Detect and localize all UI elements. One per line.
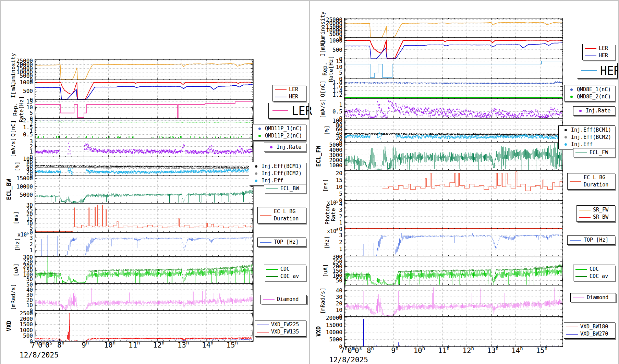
legend-line-marker: [272, 110, 288, 111]
legend-qmd: QMD11P_1(nC)QMD11P_2(nC): [252, 124, 306, 141]
subplot-vxd: 05001000150020002500VXD: [5, 310, 253, 345]
svg-text:3: 3: [29, 138, 33, 145]
svg-text:10: 10: [336, 184, 342, 190]
svg-text:VXD: VXD: [315, 326, 322, 337]
svg-text:1000: 1000: [20, 327, 33, 333]
svg-text:25000: 25000: [16, 58, 33, 64]
svg-text:20000: 20000: [326, 315, 342, 321]
svg-text:10: 10: [336, 64, 342, 70]
window-right-border: [618, 0, 619, 364]
legend-dot-marker: [570, 96, 573, 98]
legend-dot-marker: [570, 88, 573, 91]
svg-text:2: 2: [29, 241, 33, 247]
svg-text:500: 500: [23, 332, 33, 339]
svg-text:20: 20: [336, 300, 342, 307]
legend-top: TOP [Hz]: [567, 235, 615, 245]
svg-text:2: 2: [339, 213, 342, 220]
legend-inj-rate: Inj.Rate: [573, 106, 615, 116]
legend-label: CDC_av: [280, 273, 299, 280]
svg-text:x105: x105: [327, 199, 338, 206]
svg-text:[mRad/s]: [mRad/s]: [319, 288, 326, 314]
svg-text:30: 30: [26, 202, 33, 208]
svg-text:15h: 15h: [536, 345, 547, 355]
legend-line-marker: [585, 48, 596, 49]
legend-ler-her: LERHER: [582, 44, 615, 60]
legend-dot-marker: [258, 135, 261, 137]
svg-text:10h: 10h: [413, 345, 425, 355]
legend-dot-marker: [255, 165, 257, 168]
legend-label: QMD11P_2(nC): [265, 132, 302, 139]
legend-label: SR_BW: [593, 214, 608, 221]
legend-line-marker: [566, 327, 578, 327]
legend-label: VXD_FW135: [271, 328, 299, 336]
svg-text:Q[nC]: Q[nC]: [10, 120, 16, 136]
legend-cdc: CDCCDC_av: [264, 265, 306, 281]
svg-text:13h: 13h: [487, 345, 499, 355]
svg-text:1000: 1000: [20, 79, 33, 86]
legend-inj-eff: Inj.Eff(BCM1)Inj.Eff(BCM2)Inj.Eff: [558, 125, 615, 149]
legend-dot-marker: [255, 180, 257, 182]
svg-text:1: 1: [29, 247, 33, 254]
legend-top: TOP [Hz]: [257, 238, 306, 247]
svg-text:11h: 11h: [438, 345, 450, 355]
legend-label: HER: [599, 52, 608, 59]
svg-text:25000: 25000: [326, 16, 342, 23]
svg-text:2.5: 2.5: [23, 117, 33, 124]
svg-text:10: 10: [336, 307, 342, 313]
subplot-diamond: 01020304050[mRad/s]: [10, 281, 253, 314]
svg-text:7h0m0s: 7h0m0s: [31, 340, 52, 349]
svg-text:300: 300: [332, 254, 342, 260]
subplot-ecl-fw: 10002000300040005000ECL_FW: [315, 142, 563, 170]
legend-label: QMD8E_1(nC): [577, 86, 611, 93]
legend-inj-eff: Inj.Eff(BCM1)Inj.Eff(BCM2)Inj.Eff: [249, 162, 306, 185]
svg-text:[%]: [%]: [14, 161, 21, 171]
legend-label: CDC_av: [590, 273, 608, 280]
legend-line-marker: [275, 97, 287, 97]
legend-label: Diamond: [277, 296, 299, 303]
svg-text:[uA]: [uA]: [13, 263, 19, 277]
svg-text:11h: 11h: [129, 340, 140, 349]
svg-text:4: 4: [339, 201, 342, 207]
legend-label: VXD_BW270: [580, 330, 608, 338]
svg-text:5000: 5000: [329, 336, 342, 343]
legend-line-marker: [579, 210, 591, 210]
svg-text:10000: 10000: [16, 183, 33, 190]
svg-text:[mRad/s]: [mRad/s]: [10, 284, 16, 310]
legend-label: Inj.Eff(BCM1): [262, 163, 302, 170]
subplot-top: 123[Hz]x106: [324, 228, 563, 256]
legend-label: HER: [600, 67, 619, 74]
monitor-page-left: 12/8/2025 0500010000150002000025000Lumin…: [1, 0, 310, 364]
svg-text:14h: 14h: [202, 340, 214, 349]
svg-text:x106: x106: [17, 231, 29, 238]
legend-line-marker: [266, 276, 278, 277]
svg-text:ECL_FW: ECL_FW: [315, 146, 322, 167]
svg-text:30: 30: [336, 294, 342, 300]
legend-cdc: CDCCDC_av: [573, 265, 615, 281]
svg-text:15000: 15000: [16, 175, 33, 182]
legend-dot-marker: [270, 146, 272, 148]
svg-text:0: 0: [339, 226, 342, 232]
svg-text:1500: 1500: [20, 321, 33, 328]
legend-line-marker: [257, 332, 269, 332]
svg-text:10h: 10h: [104, 340, 116, 349]
legend-dot-marker: [579, 110, 582, 112]
subplot-current: 05001000I[mA]: [319, 37, 563, 62]
legend-label: Inj.Rate: [586, 107, 610, 114]
svg-text:500: 500: [332, 47, 342, 53]
svg-text:15: 15: [26, 98, 33, 105]
svg-text:[%]: [%]: [324, 125, 330, 135]
legend-qmd: QMD8E_1(nC)QMD8E_2(nC): [564, 85, 615, 101]
svg-text:[mA/s]: [mA/s]: [319, 99, 326, 119]
window-left-border: [0, 0, 1, 364]
legend-dot-marker: [565, 143, 567, 146]
date-label: 12/8/2025: [329, 356, 368, 364]
legend-ecl-bw: ECL_BW: [264, 184, 306, 193]
legend-label: HER: [289, 93, 298, 100]
legend-line-marker: [585, 56, 596, 56]
legend-line-marker: [566, 334, 578, 335]
svg-text:Luminosity: Luminosity: [10, 53, 16, 86]
svg-text:I[mA]: I[mA]: [319, 40, 326, 57]
subplot-vxd: 05000100001500020000VXD: [315, 315, 563, 350]
legend-line-marker: [275, 89, 287, 90]
legend-her-big: HER: [577, 63, 618, 78]
